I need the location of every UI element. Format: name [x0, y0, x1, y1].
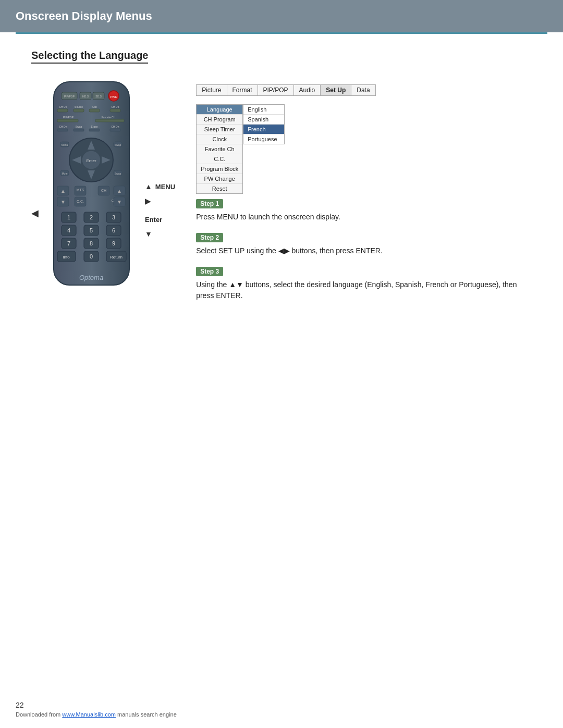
- svg-text:PIP/POP: PIP/POP: [64, 95, 75, 98]
- step-1-label: Step 1: [196, 199, 223, 208]
- tab-data: Data: [351, 85, 375, 96]
- svg-rect-13: [57, 109, 68, 112]
- svg-text:▼: ▼: [60, 199, 66, 205]
- tab-format: Format: [227, 85, 258, 96]
- svg-text:Enter: Enter: [86, 158, 96, 163]
- svg-text:Return: Return: [110, 255, 123, 260]
- svg-text:1: 1: [67, 214, 70, 220]
- svg-text:▲: ▲: [60, 188, 66, 194]
- setup-pw-change: PW Change: [197, 174, 242, 184]
- svg-text:5: 5: [90, 227, 93, 233]
- step-1-text: Press MENU to launch the onscreen displa…: [196, 212, 532, 223]
- footer: 22 Downloaded from www.Manualslib.com ma…: [0, 701, 563, 718]
- svg-text:8: 8: [90, 240, 93, 246]
- osd-main-area: Language CH Program Sleep Timer Clock Fa…: [196, 104, 532, 194]
- osd-diagram: Picture Format PIP/POP Audio Set Up Data…: [196, 84, 532, 312]
- lang-portuguese: Portuguese: [243, 134, 284, 144]
- svg-text:9: 9: [112, 240, 115, 246]
- setup-favorite-ch: Favorite Ch: [197, 144, 242, 154]
- svg-text:MTS: MTS: [77, 188, 84, 192]
- svg-text:6: 6: [112, 227, 115, 233]
- svg-text:Optoma: Optoma: [79, 274, 103, 281]
- step-3-label: Step 3: [196, 267, 223, 276]
- step-2-label: Step 2: [196, 233, 223, 242]
- tab-picture: Picture: [197, 85, 227, 96]
- svg-text:Source: Source: [75, 105, 83, 108]
- setup-clock: Clock: [197, 134, 242, 144]
- svg-text:Swap: Swap: [115, 143, 121, 146]
- svg-text:Erase: Erase: [91, 125, 97, 128]
- remote-control: PIP/POP HD.S SD.S PWR CH Up Source Add C…: [46, 79, 140, 305]
- downloaded-text: Downloaded from: [16, 711, 62, 718]
- tab-setup: Set Up: [321, 85, 351, 96]
- lang-spanish: Spanish: [243, 115, 284, 125]
- svg-text:2: 2: [90, 214, 93, 220]
- svg-text:0: 0: [90, 253, 93, 260]
- svg-text:CH: CH: [101, 189, 106, 192]
- setup-cc: C.C.: [197, 154, 242, 164]
- header-title: Onscreen Display Menus: [16, 9, 152, 22]
- step-2-text: Select SET UP using the ◀▶ buttons, then…: [196, 245, 532, 256]
- svg-rect-14: [74, 109, 84, 112]
- svg-text:CH Dn: CH Dn: [111, 125, 119, 128]
- svg-text:▲: ▲: [117, 188, 122, 194]
- svg-text:Mute: Mute: [62, 172, 67, 175]
- svg-text:PIP/POP: PIP/POP: [63, 116, 74, 119]
- enter-label-item: Enter: [145, 216, 175, 224]
- osd-menu-tabs: Picture Format PIP/POP Audio Set Up Data: [196, 84, 375, 96]
- svg-text:CH Up: CH Up: [111, 105, 119, 108]
- remote-labels: ▲ MENU ▶ Enter ▼: [145, 146, 175, 238]
- steps-section: Step 1 Press MENU to launch the onscreen…: [196, 199, 532, 301]
- left-arrow-icon: ◀: [31, 207, 39, 219]
- setup-sleep-timer: Sleep Timer: [197, 125, 242, 134]
- svg-text:C.C.: C.C.: [77, 200, 84, 203]
- main-content: Selecting the Language ◀: [0, 34, 563, 348]
- svg-text:Add: Add: [92, 105, 97, 108]
- page-number: 22: [16, 701, 24, 709]
- svg-text:CH Up: CH Up: [59, 105, 67, 108]
- svg-text:Menu: Menu: [62, 143, 68, 146]
- lang-english: English: [243, 105, 284, 115]
- lang-french: French: [243, 125, 284, 134]
- header-bar: Onscreen Display Menus: [0, 0, 563, 32]
- setup-reset: Reset: [197, 184, 242, 193]
- svg-text:Swap: Swap: [115, 172, 121, 175]
- left-arrow-indicator: ◀: [31, 207, 39, 219]
- svg-text:HD.S: HD.S: [82, 95, 89, 98]
- step-2-block: Step 2 Select SET UP using the ◀▶ button…: [196, 233, 532, 256]
- section-heading: Selecting the Language: [31, 50, 148, 64]
- svg-rect-15: [89, 109, 100, 112]
- remote-area: ◀ PIP/POP: [31, 79, 175, 305]
- setup-language: Language: [197, 105, 242, 115]
- step-3-block: Step 3 Using the ▲▼ buttons, select the …: [196, 267, 532, 301]
- svg-text:PWR: PWR: [110, 95, 118, 98]
- right-arrow-item: ▶: [145, 197, 175, 205]
- manualslib-link[interactable]: www.Manualslib.com: [62, 711, 116, 718]
- svg-text:▼: ▼: [117, 199, 122, 205]
- tab-pippop: PIP/POP: [258, 85, 293, 96]
- down-arrow-icon: ▼: [145, 230, 152, 238]
- svg-text:7: 7: [67, 240, 70, 246]
- svg-rect-25: [57, 129, 68, 131]
- setup-program-block: Program Block: [197, 164, 242, 174]
- enter-label-text: Enter: [145, 216, 162, 224]
- svg-text:Info: Info: [63, 255, 70, 260]
- svg-rect-19: [57, 119, 78, 122]
- menu-label-item: ▲ MENU: [145, 182, 175, 191]
- svg-rect-26: [74, 129, 84, 131]
- osd-setup-column: Language CH Program Sleep Timer Clock Fa…: [196, 104, 243, 194]
- svg-text:Swap: Swap: [76, 125, 82, 128]
- svg-rect-20: [95, 119, 124, 122]
- suffix-text: manuals search engine: [116, 711, 177, 718]
- svg-text:Favorite CH: Favorite CH: [102, 116, 116, 119]
- step-3-text: Using the ▲▼ buttons, select the desired…: [196, 279, 532, 301]
- svg-rect-16: [110, 109, 120, 112]
- step-1-block: Step 1 Press MENU to launch the onscreen…: [196, 199, 532, 223]
- content-row: ◀ PIP/POP: [31, 79, 532, 312]
- svg-text:CH Dn: CH Dn: [59, 125, 67, 128]
- svg-text:4: 4: [67, 227, 70, 233]
- tab-audio: Audio: [293, 85, 321, 96]
- menu-label-text: MENU: [155, 183, 175, 191]
- right-arrow-icon: ▶: [145, 197, 151, 205]
- svg-rect-28: [110, 129, 120, 131]
